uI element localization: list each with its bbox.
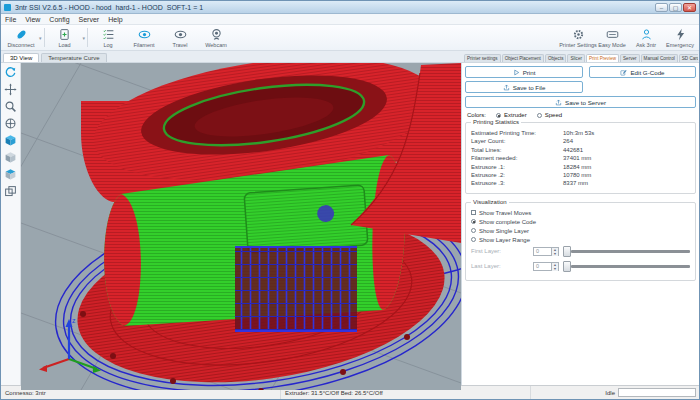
- layers-view-button[interactable]: [3, 184, 19, 199]
- menu-view[interactable]: View: [25, 16, 40, 23]
- minimize-button[interactable]: –: [655, 3, 668, 12]
- show-single-layer-radio[interactable]: Show Single Layer: [471, 228, 690, 234]
- last-layer-label: Last Layer:: [471, 263, 533, 269]
- printer-state: Idle: [601, 386, 618, 399]
- printing-statistics-group: Printing Statistics Estimated Printing T…: [465, 122, 696, 194]
- viewpoint-button[interactable]: [3, 116, 19, 131]
- radio-icon: [471, 237, 476, 242]
- radio-icon: [537, 113, 542, 118]
- show-complete-code-radio[interactable]: Show complete Code: [471, 219, 690, 225]
- tab-manual-control[interactable]: Manual Control: [641, 54, 678, 62]
- tab-printer-settings[interactable]: Printer settings: [464, 54, 501, 62]
- show-layer-range-radio[interactable]: Show Layer Range: [471, 237, 690, 243]
- checkbox-icon: [471, 210, 476, 215]
- rotate-icon: [4, 66, 17, 79]
- first-layer-spinner[interactable]: 0 ▲▼: [533, 247, 559, 256]
- slider-handle[interactable]: [563, 246, 571, 257]
- print-preview-panel: Print Edit G-Code Save to File Save to S…: [461, 63, 699, 385]
- radio-icon: [471, 219, 476, 224]
- tab-object-placement[interactable]: Object Placement: [502, 54, 544, 62]
- tab-server[interactable]: Server: [620, 54, 640, 62]
- last-layer-slider[interactable]: [563, 261, 690, 272]
- iso-view-button[interactable]: [3, 133, 19, 148]
- disconnect-button[interactable]: Disconnect: [3, 26, 39, 49]
- tabs-row: 3D View Temperature Curve Printer settin…: [1, 51, 699, 63]
- export-icon: [555, 99, 562, 106]
- emergency-button[interactable]: Emergency: [663, 26, 697, 49]
- load-button[interactable]: Load: [47, 26, 83, 49]
- menu-file[interactable]: File: [5, 16, 16, 23]
- tab-temperature-curve[interactable]: Temperature Curve: [41, 53, 106, 62]
- tab-sd-card[interactable]: SD Card: [679, 54, 698, 62]
- menu-config[interactable]: Config: [49, 16, 69, 23]
- easy-mode-button[interactable]: Easy Mode: [595, 26, 629, 49]
- slider-handle[interactable]: [563, 261, 571, 272]
- move-view-button[interactable]: [3, 82, 19, 97]
- stat-row: Estrusore .2: 10780 mm: [471, 172, 690, 178]
- load-dropdown-caret[interactable]: ▾: [83, 35, 86, 41]
- export-icon: [503, 84, 510, 91]
- tab-slicer[interactable]: Slicer: [567, 54, 585, 62]
- color-mode-speed-radio[interactable]: Speed: [537, 112, 562, 118]
- title-bar: 3ntr SSI V2.6.5 - HOOD - hood_hard-1 - H…: [1, 1, 699, 14]
- tab-objects[interactable]: Objects: [545, 54, 567, 62]
- filament-icon: [138, 28, 151, 41]
- toolbar-separator: [87, 28, 88, 47]
- app-icon: [4, 4, 11, 11]
- disconnect-dropdown-caret[interactable]: ▾: [39, 35, 42, 41]
- save-to-file-button[interactable]: Save to File: [465, 81, 583, 93]
- tab-3d-view[interactable]: 3D View: [3, 53, 39, 62]
- color-mode-extruder-radio[interactable]: Extruder: [496, 112, 527, 118]
- stat-row: Estrusore .3: 8337 mm: [471, 180, 690, 186]
- webcam-icon: [210, 28, 223, 41]
- spinner-arrows[interactable]: ▲▼: [551, 263, 558, 270]
- viewport-3d[interactable]: z: [21, 63, 461, 385]
- stat-row: Filament needed: 37401 mm: [471, 155, 690, 161]
- filament-button[interactable]: Filament: [126, 26, 162, 49]
- easy-mode-icon: [606, 28, 619, 41]
- save-to-server-button[interactable]: Save to Server: [465, 96, 696, 108]
- stat-row: Estrusore .1: 18284 mm: [471, 164, 690, 170]
- stat-row: Estimated Printing Time: 10h:3m 53s: [471, 130, 690, 136]
- front-view-button[interactable]: [3, 150, 19, 165]
- ask-3ntr-button[interactable]: Ask 3ntr: [629, 26, 663, 49]
- log-button[interactable]: Log: [90, 26, 126, 49]
- menu-help[interactable]: Help: [108, 16, 122, 23]
- iso-view-icon: [4, 134, 17, 147]
- main-toolbar: Disconnect ▾ Load ▾ Log Filament Travel …: [1, 25, 699, 51]
- printer-settings-button[interactable]: Printer Settings: [561, 26, 595, 49]
- slider-track: [571, 265, 690, 268]
- rotate-view-button[interactable]: [3, 65, 19, 80]
- webcam-button[interactable]: Webcam: [198, 26, 234, 49]
- top-view-button[interactable]: [3, 167, 19, 182]
- disconnect-icon: [15, 28, 28, 41]
- first-layer-slider[interactable]: [563, 246, 690, 257]
- print-button[interactable]: Print: [465, 66, 583, 78]
- slider-track: [571, 250, 690, 253]
- menu-server[interactable]: Server: [79, 16, 100, 23]
- view-toolstrip: [1, 63, 21, 385]
- travel-button[interactable]: Travel: [162, 26, 198, 49]
- gear-icon: [572, 28, 585, 41]
- stat-row: Layer Count: 264: [471, 138, 690, 144]
- maximize-button[interactable]: ▢: [669, 3, 682, 12]
- close-button[interactable]: ✕: [683, 3, 696, 12]
- top-view-icon: [4, 168, 17, 181]
- app-window: 3ntr SSI V2.6.5 - HOOD - hood_hard-1 - H…: [0, 0, 700, 400]
- show-travel-moves-checkbox[interactable]: Show Travel Moves: [471, 210, 690, 216]
- svg-text:z: z: [72, 317, 76, 324]
- menu-bar: File View Config Server Help: [1, 14, 699, 25]
- last-layer-row: Last Layer: 0 ▲▼: [471, 261, 690, 272]
- edit-gcode-button[interactable]: Edit G-Code: [589, 66, 696, 78]
- log-icon: [102, 28, 115, 41]
- zoom-view-button[interactable]: [3, 99, 19, 114]
- first-layer-row: First Layer: 0 ▲▼: [471, 246, 690, 257]
- viewpoint-icon: [4, 117, 17, 130]
- front-view-icon: [4, 151, 17, 164]
- first-layer-label: First Layer:: [471, 248, 533, 254]
- spinner-arrows[interactable]: ▲▼: [551, 248, 558, 255]
- right-panel-tabs: Printer settings Object Placement Object…: [463, 54, 698, 62]
- last-layer-spinner[interactable]: 0 ▲▼: [533, 262, 559, 271]
- tab-print-preview[interactable]: Print Preview: [586, 54, 619, 62]
- move-icon: [4, 83, 17, 96]
